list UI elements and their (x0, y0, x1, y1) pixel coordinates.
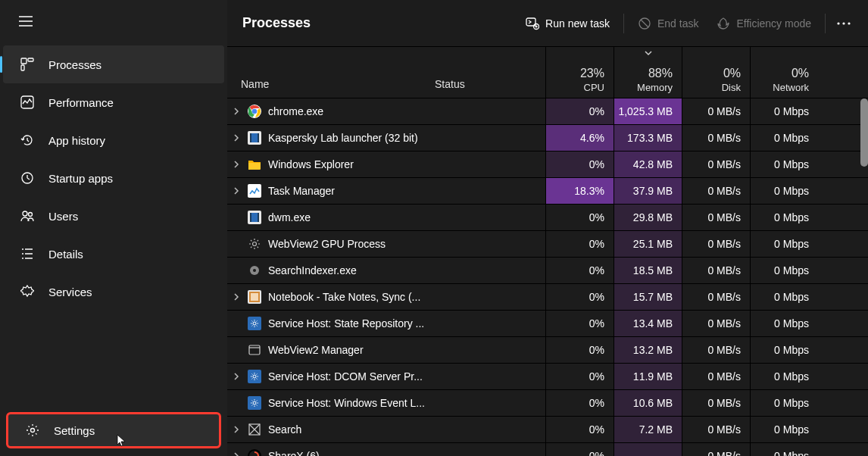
svg-point-6 (29, 213, 33, 217)
cpu-cell: 0% (545, 151, 614, 177)
startup-icon (20, 170, 35, 186)
memory-cell: 25.1 MB (614, 231, 682, 257)
svg-rect-22 (250, 213, 251, 222)
svg-point-13 (848, 22, 850, 24)
column-header-disk[interactable]: 0% Disk (682, 47, 750, 98)
run-new-task-button[interactable]: Run new task (517, 10, 619, 37)
hamburger-menu-button[interactable] (11, 6, 41, 36)
disk-cell: 0 MB/s (682, 311, 750, 336)
process-name: Service Host: State Repository ... (264, 317, 435, 330)
cpu-cell: 0% (545, 443, 614, 456)
performance-icon (20, 95, 35, 110)
expand-toggle[interactable] (227, 187, 245, 195)
memory-total: 88% (648, 67, 673, 80)
chevron-right-icon (233, 187, 239, 195)
table-row[interactable]: WebView2 Manager0%13.2 MB0 MB/s0 Mbps (227, 337, 868, 364)
svg-rect-23 (258, 213, 259, 222)
disk-cell: 0 MB/s (682, 125, 750, 151)
expand-toggle[interactable] (227, 426, 245, 433)
table-row[interactable]: Windows Explorer0%42.8 MB0 MB/s0 Mbps (227, 151, 868, 178)
table-row[interactable]: dwm.exe0%29.8 MB0 MB/s0 Mbps (227, 205, 868, 231)
memory-cell: 11.9 MB (614, 364, 682, 389)
process-name: Windows Explorer (264, 158, 435, 170)
expand-toggle[interactable] (227, 161, 245, 168)
disk-cell: 0 MB/s (682, 98, 750, 124)
run-task-label: Run new task (545, 17, 610, 30)
network-cell: 0 Mbps (750, 231, 818, 257)
table-row[interactable]: Service Host: Windows Event L...0%10.6 M… (227, 390, 868, 417)
cpu-cell: 0% (545, 98, 614, 124)
process-name: WebView2 Manager (264, 344, 435, 356)
disk-label: Disk (722, 82, 741, 93)
table-row[interactable]: WebView2 GPU Process0%25.1 MB0 MB/s0 Mbp… (227, 231, 868, 258)
process-icon (245, 447, 264, 456)
expand-toggle[interactable] (227, 293, 245, 301)
network-cell: 0 Mbps (750, 284, 818, 310)
disk-cell: 0 MB/s (682, 390, 750, 416)
gear-icon (25, 423, 40, 438)
expand-toggle[interactable] (227, 452, 245, 456)
memory-cell: 13.4 MB (614, 311, 682, 336)
process-icon (245, 235, 264, 253)
memory-cell: 29.8 MB (614, 205, 682, 230)
table-row[interactable]: Notebook - Take Notes, Sync (...0%15.7 M… (227, 284, 868, 311)
process-table: Name Status 23% CPU 88% Memory 0% Disk 0… (227, 47, 868, 456)
network-cell: 0 Mbps (750, 205, 818, 230)
scrollbar-thumb[interactable] (860, 98, 868, 167)
end-task-label: End task (657, 17, 698, 30)
column-header-network[interactable]: 0% Network (750, 47, 818, 98)
svg-point-31 (253, 375, 256, 378)
table-row[interactable]: chrome.exe0%1,025.3 MB0 MB/s0 Mbps (227, 98, 868, 125)
disk-cell: 0 MB/s (682, 417, 750, 442)
expand-toggle[interactable] (227, 108, 245, 115)
network-cell: 0 Mbps (750, 390, 818, 416)
disk-cell: 0 MB/s (682, 443, 750, 456)
chevron-right-icon (233, 293, 239, 301)
nav-label: Services (48, 286, 92, 298)
nav-item-details[interactable]: Details (3, 235, 224, 273)
svg-point-26 (253, 269, 256, 272)
nav-item-services[interactable]: Services (3, 273, 224, 311)
run-task-icon (526, 17, 539, 30)
chevron-right-icon (233, 452, 239, 456)
process-icon (245, 420, 264, 439)
more-options-button[interactable] (830, 10, 857, 37)
nav-item-processes[interactable]: Processes (3, 45, 224, 83)
process-name: WebView2 GPU Process (264, 238, 435, 250)
svg-rect-0 (21, 58, 27, 64)
nav-label: Processes (48, 58, 101, 71)
cpu-cell: 0% (545, 417, 614, 442)
svg-point-7 (31, 429, 35, 433)
nav-list: Processes Performance App history Startu… (0, 45, 227, 311)
table-row[interactable]: SearchIndexer.exe0%18.5 MB0 MB/s0 Mbps (227, 258, 868, 284)
expand-toggle[interactable] (227, 134, 245, 142)
nav-item-startup-apps[interactable]: Startup apps (3, 159, 224, 197)
table-row[interactable]: Service Host: State Repository ...0%13.4… (227, 311, 868, 337)
column-header-cpu[interactable]: 23% CPU (545, 47, 614, 98)
chevron-right-icon (233, 426, 239, 433)
column-header-status[interactable]: Status (435, 78, 545, 98)
nav-label: App history (48, 134, 105, 147)
nav-item-users[interactable]: Users (3, 197, 224, 235)
table-row[interactable]: Search0%7.2 MB0 MB/s0 Mbps (227, 417, 868, 443)
process-icon (245, 182, 264, 200)
nav-item-settings[interactable]: Settings (6, 412, 221, 448)
process-name: Kaspersky Lab launcher (32 bit) (264, 132, 435, 144)
svg-point-29 (253, 322, 256, 325)
cpu-cell: 0% (545, 231, 614, 257)
table-row[interactable]: ShareX (6)0%0 MB/s0 Mbps (227, 443, 868, 456)
nav-item-app-history[interactable]: App history (3, 121, 224, 159)
table-row[interactable]: Task Manager18.3%37.9 MB0 MB/s0 Mbps (227, 178, 868, 205)
svg-rect-19 (258, 133, 259, 142)
svg-point-24 (253, 242, 257, 246)
memory-cell: 42.8 MB (614, 151, 682, 177)
efficiency-mode-button: Efficiency mode (707, 10, 820, 37)
column-header-memory[interactable]: 88% Memory (614, 47, 682, 98)
nav-item-performance[interactable]: Performance (3, 83, 224, 121)
table-row[interactable]: Kaspersky Lab launcher (32 bit)4.6%173.3… (227, 125, 868, 151)
nav-label: Users (48, 210, 78, 223)
column-header-name[interactable]: Name (227, 78, 435, 98)
table-row[interactable]: Service Host: DCOM Server Pr...0%11.9 MB… (227, 364, 868, 390)
expand-toggle[interactable] (227, 373, 245, 380)
efficiency-label: Efficiency mode (736, 17, 811, 30)
